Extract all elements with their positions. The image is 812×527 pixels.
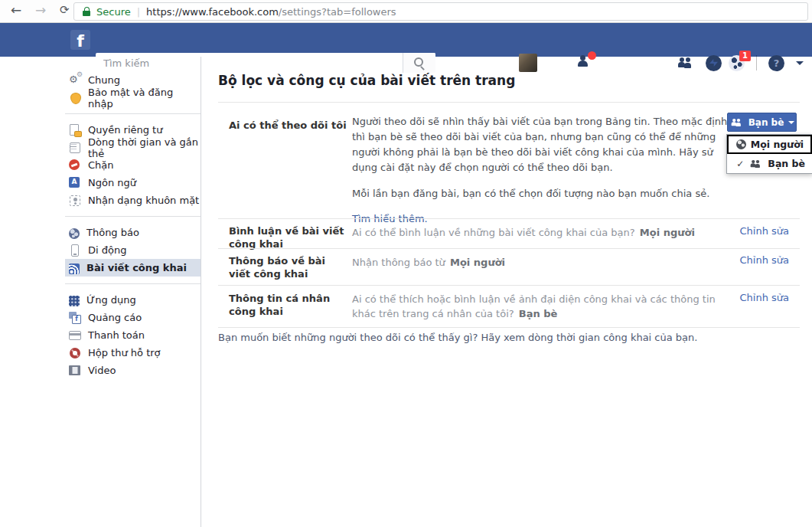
video-icon (69, 365, 81, 377)
dropdown-option-friends[interactable]: ✓ Bạn bè (727, 154, 812, 173)
sidebar-item-label: Quyền riêng tư (88, 124, 162, 136)
url-text: https://www.facebook.com/settings?tab=fo… (146, 6, 396, 18)
sidebar-group-divider (65, 283, 201, 284)
edit-link-notifications[interactable]: Chỉnh sửa (739, 254, 789, 266)
shield-icon (69, 93, 81, 105)
sidebar-item-label: Dòng thời gian và gắn thẻ (88, 136, 201, 159)
sidebar-item-label: Quảng cáo (88, 312, 142, 323)
address-separator: | (137, 6, 140, 18)
facebook-header: f Chiến Trang chủ 1 ? (0, 23, 812, 57)
row-label-comments: Bình luận về bài viết công khai (229, 224, 363, 250)
sidebar-item-public-posts[interactable]: Bài viết công khai (65, 259, 201, 277)
dropdown-option-everyone[interactable]: Mọi người (727, 135, 812, 154)
dropdown-option-label: Bạn bè (768, 158, 805, 169)
gears-icon (69, 74, 81, 87)
face-recognition-icon (69, 195, 81, 207)
friends-icon[interactable] (678, 57, 693, 70)
url-path: /settings?tab=followers (279, 6, 396, 18)
sidebar-item-support-inbox[interactable]: Hộp thư hỗ trợ (65, 344, 201, 362)
profile-link[interactable]: Chiến (542, 58, 573, 70)
footer-note: Bạn muốn biết những người theo dõi có th… (218, 332, 697, 343)
follow-paragraph-1: Người theo dõi sẽ nhìn thấy bài viết của… (352, 114, 729, 175)
mobile-icon (69, 244, 81, 257)
sidebar-group-divider (65, 113, 201, 114)
sidebar-item-label: Nhận dạng khuôn mặt (88, 195, 199, 206)
messenger-icon[interactable] (706, 55, 722, 71)
sidebar-item-notifications[interactable]: Thông báo (65, 224, 201, 241)
language-icon (69, 177, 81, 189)
sidebar-item-payments[interactable]: Thanh toán (65, 326, 201, 344)
header-divider (756, 55, 757, 70)
avatar[interactable] (519, 54, 537, 72)
search-icon (414, 57, 423, 67)
help-icon[interactable]: ? (768, 55, 784, 71)
forward-icon[interactable]: → (35, 2, 46, 18)
privacy-lock-icon (69, 124, 81, 136)
row-question: Nhận thông báo từ (352, 257, 445, 268)
facebook-logo[interactable]: f (70, 30, 90, 50)
public-posts-icon (69, 264, 80, 274)
globe-icon (69, 228, 80, 239)
sidebar-item-label: Chung (88, 74, 120, 86)
sidebar-group-divider (65, 216, 201, 217)
search-input[interactable] (96, 54, 403, 71)
caret-down-icon (788, 121, 794, 124)
sidebar-item-label: Di động (88, 244, 126, 256)
edit-link-public-profile[interactable]: Chỉnh sửa (739, 292, 789, 303)
sidebar-item-language[interactable]: Ngôn ngữ (65, 174, 201, 191)
refresh-icon[interactable]: ⟳ (60, 3, 70, 17)
sidebar-item-mobile[interactable]: Di động (65, 241, 201, 259)
support-icon (69, 347, 81, 359)
sidebar-item-label: Video (88, 365, 116, 376)
sidebar-item-apps[interactable]: Ứng dụng (65, 291, 201, 309)
notification-badge: 1 (739, 51, 751, 61)
row-value: Mọi người (640, 227, 695, 238)
block-icon (69, 159, 81, 172)
sidebar-item-timeline[interactable]: Dòng thời gian và gắn thẻ (65, 139, 201, 156)
follow-row-description: Người theo dõi sẽ nhìn thấy bài viết của… (352, 114, 729, 227)
row-value: Bạn bè (519, 308, 558, 319)
edit-link-comments[interactable]: Chỉnh sửa (739, 225, 789, 237)
follow-paragraph-2: Mỗi lần bạn đăng bài, bạn có thể chọn đố… (352, 186, 729, 201)
person-icon (577, 55, 589, 67)
friends-icon (751, 159, 761, 167)
apps-icon (69, 296, 80, 306)
url-domain: https://www.facebook.com (146, 6, 279, 18)
account-caret-icon[interactable] (796, 61, 804, 65)
notification-dot (588, 51, 596, 60)
back-icon[interactable]: ← (11, 2, 21, 18)
row-desc-notifications: Nhận thông báo từ Mọi người (352, 255, 729, 270)
sidebar-divider (201, 57, 201, 527)
row-desc-comments: Ai có thể bình luận về những bài viết cô… (352, 225, 729, 240)
settings-sidebar: Chung Bảo mật và đăng nhập Quyền riêng t… (65, 71, 201, 379)
divider (218, 102, 800, 103)
search-button[interactable] (403, 53, 435, 73)
audience-selector-button[interactable]: Bạn bè (727, 113, 797, 132)
sidebar-item-label: Ứng dụng (86, 294, 136, 306)
sidebar-item-label: Thanh toán (88, 329, 145, 341)
timeline-icon (69, 142, 81, 154)
audience-dropdown-menu: Mọi người ✓ Bạn bè (726, 134, 812, 174)
sidebar-item-security[interactable]: Bảo mật và đăng nhập (65, 89, 201, 106)
notifications-globe-icon[interactable]: 1 (729, 55, 745, 71)
row-desc-public-profile: Ai có thể thích hoặc bình luận về ảnh đạ… (352, 292, 729, 321)
address-bar[interactable]: Secure | https://www.facebook.com/settin… (73, 2, 808, 21)
facebook-settings-page: ← → ⟳ Secure | https://www.facebook.com/… (0, 0, 812, 527)
home-link[interactable]: Trang chủ (611, 58, 666, 70)
follow-row-label: Ai có thể theo dõi tôi (229, 119, 347, 132)
sidebar-item-label: Bài viết công khai (86, 262, 187, 273)
sidebar-item-video[interactable]: Video (65, 362, 201, 379)
audience-selector-label: Bạn bè (748, 117, 784, 128)
friend-requests-icon[interactable] (577, 55, 594, 69)
divider (218, 218, 800, 219)
row-question: Ai có thể bình luận về những bài viết cô… (352, 227, 635, 238)
sidebar-item-ads[interactable]: Quảng cáo (65, 309, 201, 326)
learn-more-link[interactable]: Tìm hiểu thêm. (352, 211, 428, 227)
divider (218, 248, 800, 249)
sidebar-item-face-recognition[interactable]: Nhận dạng khuôn mặt (65, 191, 201, 209)
search-box (96, 53, 435, 73)
dropdown-option-label: Mọi người (751, 139, 804, 150)
divider (218, 327, 800, 328)
sidebar-item-label: Chặn (88, 159, 114, 171)
secure-label: Secure (96, 6, 131, 18)
